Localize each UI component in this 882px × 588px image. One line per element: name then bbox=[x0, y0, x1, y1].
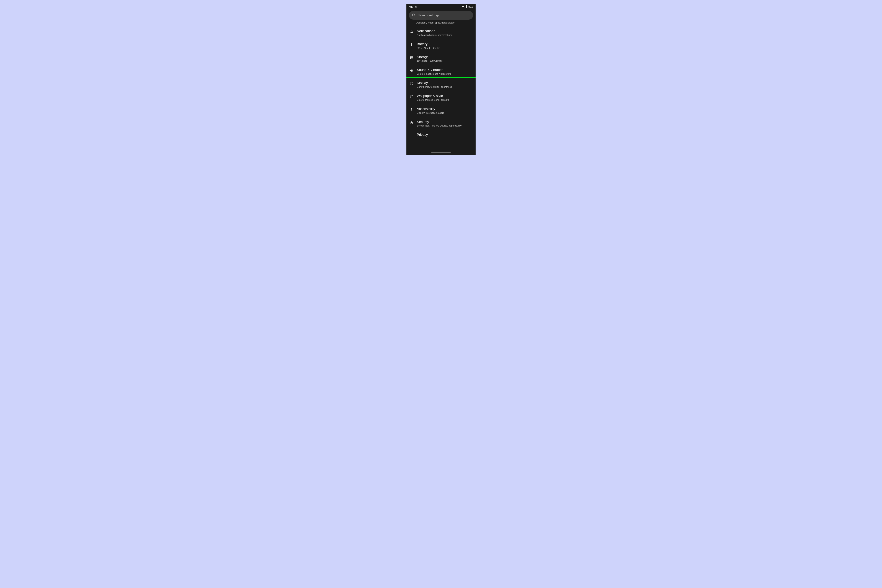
settings-item-subtitle: Colors, themed icons, app grid bbox=[417, 99, 472, 101]
settings-item-notifications[interactable]: Notifications Notification history, conv… bbox=[406, 26, 476, 39]
privacy-icon bbox=[410, 134, 414, 137]
settings-item-storage[interactable]: Storage 16% used - 108 GB free bbox=[406, 52, 476, 65]
settings-item-title: Accessibility bbox=[417, 107, 472, 111]
svg-point-13 bbox=[411, 83, 412, 84]
battery-upright-icon bbox=[410, 43, 414, 46]
settings-item-sound-vibration[interactable]: Sound & vibration Volume, haptics, Do No… bbox=[406, 65, 476, 78]
bell-icon bbox=[410, 30, 414, 34]
settings-item-title: Battery bbox=[417, 42, 472, 46]
settings-item-subtitle: 85% - About 1 day left bbox=[417, 46, 472, 50]
storage-icon bbox=[410, 56, 414, 60]
svg-rect-18 bbox=[411, 122, 412, 124]
settings-item-title: Storage bbox=[417, 55, 472, 59]
battery-icon bbox=[466, 5, 467, 8]
settings-list: Notifications Notification history, conv… bbox=[406, 26, 476, 137]
settings-item-security[interactable]: Security Screen lock, Find My Device, ap… bbox=[406, 117, 476, 130]
settings-item-wallpaper-style[interactable]: Wallpaper & style Colors, themed icons, … bbox=[406, 91, 476, 104]
settings-item-subtitle: Dark theme, font size, brightness bbox=[417, 86, 472, 88]
settings-item-accessibility[interactable]: Accessibility Display, interaction, audi… bbox=[406, 104, 476, 117]
settings-item-title: Security bbox=[417, 120, 472, 124]
settings-item-apps-subtitle: Assistant, recent apps, default apps bbox=[406, 21, 476, 26]
svg-rect-2 bbox=[466, 5, 467, 6]
triangle-icon bbox=[414, 5, 417, 8]
settings-item-subtitle: Notification history, conversations bbox=[417, 34, 472, 36]
brightness-icon bbox=[410, 82, 414, 86]
settings-item-subtitle: Display, interaction, audio bbox=[417, 111, 472, 114]
search-placeholder: Search settings bbox=[417, 14, 440, 17]
settings-item-title: Display bbox=[417, 81, 472, 85]
gesture-nav-indicator[interactable] bbox=[431, 153, 451, 153]
palette-icon bbox=[410, 94, 414, 99]
settings-item-title: Privacy bbox=[417, 133, 472, 137]
settings-item-battery[interactable]: Battery 85% - About 1 day left bbox=[406, 39, 476, 52]
settings-item-title: Notifications bbox=[417, 29, 472, 33]
svg-point-3 bbox=[412, 14, 414, 16]
svg-point-14 bbox=[411, 96, 411, 97]
svg-point-15 bbox=[411, 96, 412, 96]
settings-item-title: Sound & vibration bbox=[417, 68, 472, 72]
svg-point-17 bbox=[411, 108, 412, 108]
accessibility-icon bbox=[410, 108, 414, 111]
settings-item-subtitle: Volume, haptics, Do Not Disturb bbox=[417, 72, 472, 75]
wifi-icon bbox=[462, 6, 465, 8]
lock-icon bbox=[410, 121, 414, 124]
phone-frame: 4:11 85% Search settings Assistant, re bbox=[406, 4, 476, 155]
search-icon bbox=[412, 13, 416, 18]
settings-item-privacy[interactable]: Privacy bbox=[406, 130, 476, 137]
svg-rect-5 bbox=[411, 43, 412, 46]
settings-item-display[interactable]: Display Dark theme, font size, brightnes… bbox=[406, 78, 476, 91]
svg-point-16 bbox=[412, 96, 412, 96]
status-battery-text: 85% bbox=[468, 6, 473, 8]
settings-item-subtitle: 16% used - 108 GB free bbox=[417, 60, 472, 62]
search-settings-input[interactable]: Search settings bbox=[409, 11, 473, 20]
volume-icon bbox=[410, 69, 414, 72]
settings-item-title: Wallpaper & style bbox=[417, 94, 472, 98]
svg-line-4 bbox=[414, 16, 415, 16]
settings-item-subtitle: Screen lock, Find My Device, app securit… bbox=[417, 124, 472, 127]
status-time: 4:11 bbox=[409, 6, 413, 8]
svg-rect-1 bbox=[466, 6, 467, 8]
status-bar: 4:11 85% bbox=[406, 4, 476, 9]
